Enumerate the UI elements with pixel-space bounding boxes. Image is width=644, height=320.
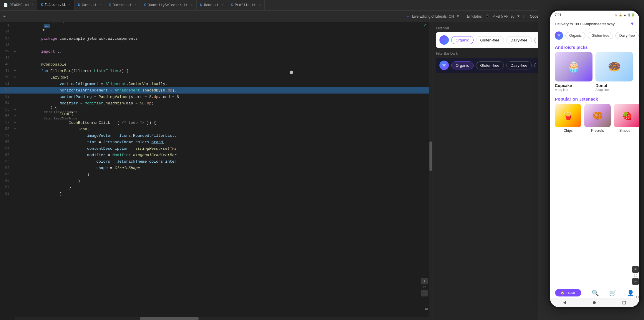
phone-organic-chip[interactable]: Organic xyxy=(565,32,585,39)
line-number: 65 xyxy=(0,172,14,176)
line-number: 56 xyxy=(0,114,14,118)
donut-title: Donut xyxy=(595,83,633,88)
phone-zoom-in[interactable]: + xyxy=(632,266,639,273)
phone-dairy-free-chip[interactable]: Dairy-free xyxy=(615,32,639,39)
fold-icon[interactable]: ▼ xyxy=(14,69,18,73)
nav-cart[interactable]: 🛒 xyxy=(609,289,617,296)
organic-chip-dark[interactable]: Organic xyxy=(451,61,474,69)
phone-bottom-nav: 🏠 HOME 🔍 🛒 👤 xyxy=(550,287,639,298)
tab-home[interactable]: K Home.kt × xyxy=(197,0,228,10)
content-spacer xyxy=(550,135,639,287)
nav-search[interactable]: 🔍 xyxy=(592,289,599,296)
phone-filter-icon[interactable] xyxy=(555,31,563,40)
cart-icon: 🛒 xyxy=(609,289,617,296)
tab-filters[interactable]: K Filters.kt × xyxy=(37,0,74,10)
code-lines: 1 // Copyright 2020 The Android Open Sou… xyxy=(0,22,432,320)
device-dropdown-icon[interactable]: ▼ xyxy=(517,14,519,19)
section-popular-arrow[interactable]: → xyxy=(630,96,635,101)
smoothie-card[interactable]: 🍓 Smooth... xyxy=(614,104,639,133)
fold-icon[interactable]: ▼ xyxy=(14,128,18,131)
tab-button[interactable]: K Button.kt × xyxy=(105,0,140,10)
tab-profile[interactable]: K Profile.kt × xyxy=(227,0,264,10)
device-label: Pixel 5 API 30 xyxy=(492,14,514,19)
breadcrumb-icon: ▶ xyxy=(4,14,6,19)
line-number: 61 xyxy=(0,146,14,151)
line-number: 50 xyxy=(0,75,14,79)
donut-card[interactable]: 🍩 Donut A tag line xyxy=(595,52,633,91)
tab-label: Cart.kt xyxy=(82,3,97,7)
fold-icon[interactable]: ▶ xyxy=(14,50,18,53)
code-editor: ✓ 1 // Copyright 2020 The Android Open S… xyxy=(0,22,432,320)
close-icon[interactable]: × xyxy=(222,4,223,7)
horizontal-scrollbar-thumb[interactable] xyxy=(140,317,199,320)
delivery-header[interactable]: Delivery to 1600 Amphitheater Way ▼ xyxy=(550,22,639,29)
more-chips-light: ( xyxy=(534,37,536,43)
phone-nav-bar xyxy=(550,298,639,307)
toggle-icon[interactable]: ▼ xyxy=(457,14,459,19)
popular-header: Popular on Jetsnack → xyxy=(550,94,639,103)
gluten-free-chip-light[interactable]: Gluten-free xyxy=(476,36,504,44)
delivery-dropdown-icon[interactable]: ▼ xyxy=(630,22,635,26)
chips-card[interactable]: 🍟 Chips xyxy=(555,104,581,133)
pretzels-card[interactable]: 🥨 Pretzels xyxy=(584,104,611,133)
tab-label: Button.kt xyxy=(113,3,132,7)
zoom-out-button[interactable]: − xyxy=(421,290,428,296)
close-icon[interactable]: × xyxy=(191,4,193,7)
filter-list-icon[interactable] xyxy=(439,35,449,45)
toolbar-left: ▶ xyxy=(4,14,6,19)
tab-quantity[interactable]: K QuantitySelector.kt × xyxy=(140,0,197,10)
horizontal-scrollbar-track[interactable] xyxy=(15,317,432,320)
back-nav-icon[interactable] xyxy=(563,301,566,305)
close-icon[interactable]: × xyxy=(32,4,34,7)
zoom-in-button[interactable]: + xyxy=(421,278,428,284)
dairy-free-chip-light[interactable]: Dairy-free xyxy=(506,36,532,44)
androids-picks-header: Android's picks → xyxy=(550,42,639,51)
phone-zoom-out[interactable]: − xyxy=(632,278,639,285)
fit-icon[interactable]: ⊡ xyxy=(425,306,428,311)
line-number: 55 xyxy=(0,108,14,112)
line-number: 48 xyxy=(0,62,14,66)
close-icon[interactable]: × xyxy=(135,4,137,7)
close-icon[interactable]: × xyxy=(100,4,102,7)
gluten-free-chip-dark[interactable]: Gluten-free xyxy=(476,61,504,69)
nav-home[interactable]: 🏠 HOME xyxy=(555,289,581,296)
line-number: 1 xyxy=(0,24,14,28)
fold-icon[interactable]: ▼ xyxy=(14,121,18,124)
nav-profile[interactable]: 👤 xyxy=(627,289,634,296)
tab-cart[interactable]: K Cart.kt × xyxy=(74,0,105,10)
fold-icon[interactable]: ▼ xyxy=(14,76,18,79)
phone-content: Delivery to 1600 Amphitheater Way ▼ Orga… xyxy=(550,22,639,298)
fold-icon[interactable]: ▼ xyxy=(14,115,18,118)
cupcake-graphic: 🧁 xyxy=(555,52,592,81)
tab-label: Home.kt xyxy=(204,3,219,7)
tab-label: README.md xyxy=(10,3,29,7)
phone-fit-icon[interactable]: ⊡ xyxy=(636,294,639,299)
home-label: HOME xyxy=(566,291,576,295)
fold-icon[interactable]: ▼ xyxy=(14,108,18,111)
close-icon[interactable]: × xyxy=(69,3,71,6)
line-number: 64 xyxy=(0,166,14,170)
vertical-scrollbar-track[interactable] xyxy=(429,22,432,320)
zoom-level: 1:1 xyxy=(422,286,426,289)
line-number: 57 xyxy=(0,121,14,125)
donut-graphic: 🍩 xyxy=(595,52,633,81)
code-line: 17 package com.example.jetsnack.ui.compo… xyxy=(0,35,432,42)
phone-gluten-free-chip[interactable]: Gluten-free xyxy=(588,32,613,39)
dairy-free-chip-dark[interactable]: Dairy-free xyxy=(506,61,532,69)
close-icon[interactable]: × xyxy=(259,4,261,7)
vertical-scrollbar-thumb[interactable] xyxy=(429,141,432,171)
filter-list-icon-dark[interactable] xyxy=(439,61,449,70)
kt-icon: K xyxy=(200,3,202,7)
organic-chip-light[interactable]: Organic xyxy=(451,36,474,44)
recents-nav-icon[interactable] xyxy=(623,301,626,304)
filterbar-dark-label: FilterBar Dark xyxy=(436,51,458,56)
cupcake-card[interactable]: 🧁 Cupcake A tag line xyxy=(555,52,592,91)
cupcake-title: Cupcake xyxy=(555,83,592,88)
phone-column: 7:04 ◎ 🔒 ▲ ||| 🔋 Delivery to 1600 Amphit… xyxy=(538,22,644,320)
line-number: 52 xyxy=(0,88,14,92)
tab-readme[interactable]: 📄 README.md × xyxy=(0,0,37,10)
phone-icon: 📱 xyxy=(485,14,489,19)
home-nav-icon[interactable] xyxy=(593,301,596,304)
line-number: 16 xyxy=(0,30,14,34)
section-picks-arrow[interactable]: → xyxy=(630,44,635,50)
